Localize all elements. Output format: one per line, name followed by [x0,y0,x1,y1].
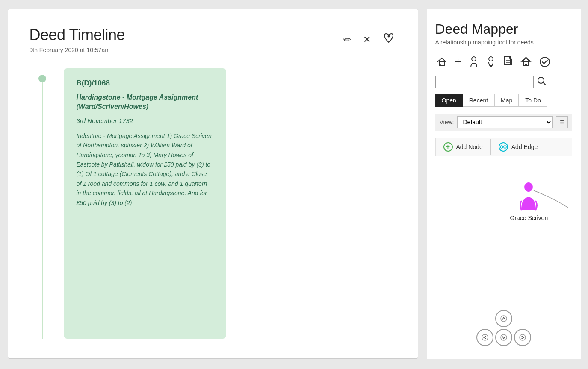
mapper-subtitle: A relationship mapping tool for deeds [435,39,572,46]
mapper-canvas: Grace Scriven [435,165,572,327]
nav-arrows [476,310,531,346]
document-icon-button[interactable] [502,56,514,68]
mapper-add-row: + Add Node Add Edge [435,138,572,156]
svg-point-16 [524,182,533,192]
house-icon-button[interactable] [435,56,448,68]
deed-date: 3rd November 1732 [77,117,213,124]
graph-svg [435,165,572,327]
add-node-button[interactable]: + Add Node [436,138,490,156]
search-input[interactable] [435,76,534,88]
add-edge-icon [499,142,508,152]
male-person-icon-button[interactable] [468,56,479,68]
nav-mid-row [476,329,531,346]
tab-recent[interactable]: Recent [463,94,494,107]
svg-point-0 [387,35,390,38]
tab-open[interactable]: Open [435,94,463,107]
timeline-line [30,70,55,339]
nav-up-row [495,310,512,327]
timeline-actions: ✏ ✕ [342,30,396,49]
tab-todo[interactable]: To Do [519,94,547,107]
timeline-header: Deed Timeline 9th February 2020 at 10:57… [30,26,396,53]
deed-card: B(D)/1068 Hardingstone - Mortgage Assign… [64,68,226,339]
svg-rect-2 [440,64,443,66]
view-menu-button[interactable]: ≡ [556,116,567,128]
mapper-title: Deed Mapper [435,21,572,37]
settings-button[interactable] [381,30,396,49]
mapper-panel: Deed Mapper A relationship mapping tool … [427,9,581,359]
timeline-header-left: Deed Timeline 9th February 2020 at 10:57… [30,26,125,53]
mapper-search-bar [435,76,572,88]
svg-point-10 [540,57,550,67]
view-label: View: [440,119,454,126]
svg-point-18 [482,334,488,340]
nav-down-button[interactable] [495,329,512,346]
svg-line-12 [543,82,546,85]
grace-scriven-node[interactable]: Grace Scriven [510,182,548,221]
timeline-title: Deed Timeline [30,26,125,44]
deed-ref: B(D)/1068 [77,79,213,88]
add-edge-label: Add Edge [511,144,538,150]
grace-scriven-label: Grace Scriven [510,214,548,221]
svg-rect-9 [525,64,527,66]
add-icon-button[interactable]: + [454,54,462,69]
home2-icon-button[interactable] [520,56,532,68]
close-button[interactable]: ✕ [361,32,372,47]
edit-button[interactable]: ✏ [342,32,353,47]
grace-scriven-person-icon [517,182,541,212]
female-person-icon-button[interactable] [485,56,496,68]
deed-description: Indenture - Mortgage Assignment 1) Grace… [77,131,213,208]
app-container: Deed Timeline 9th February 2020 at 10:57… [0,0,588,369]
timeline-panel: Deed Timeline 9th February 2020 at 10:57… [8,9,418,359]
checkmark-icon-button[interactable] [538,56,551,68]
svg-point-19 [501,334,507,340]
search-button[interactable] [537,76,547,88]
svg-point-14 [504,146,506,148]
tab-map[interactable]: Map [494,94,519,107]
svg-point-13 [500,146,503,148]
nav-left-button[interactable] [476,329,493,346]
svg-point-3 [472,57,476,61]
svg-point-17 [501,316,507,322]
svg-point-20 [520,334,526,340]
nav-right-button[interactable] [514,329,531,346]
timeline-date: 9th February 2020 at 10:57am [30,47,125,53]
timeline-body: B(D)/1068 Hardingstone - Mortgage Assign… [30,70,396,339]
mapper-toolbar: + [435,54,572,69]
timeline-dot [38,75,46,82]
deed-title: Hardingstone - Mortgage Assignment (Ward… [77,93,213,112]
add-node-icon: + [443,142,453,152]
mapper-tabs: Open Recent Map To Do [435,94,572,107]
add-edge-button[interactable]: Add Edge [491,138,546,156]
add-node-label: Add Node [456,144,483,150]
view-select[interactable]: Default Compact Detailed [457,116,553,128]
view-selector-row: View: Default Compact Detailed ≡ [435,114,572,131]
nav-up-button[interactable] [495,310,512,327]
timeline-vertical-line [42,82,43,339]
svg-point-4 [489,57,493,61]
